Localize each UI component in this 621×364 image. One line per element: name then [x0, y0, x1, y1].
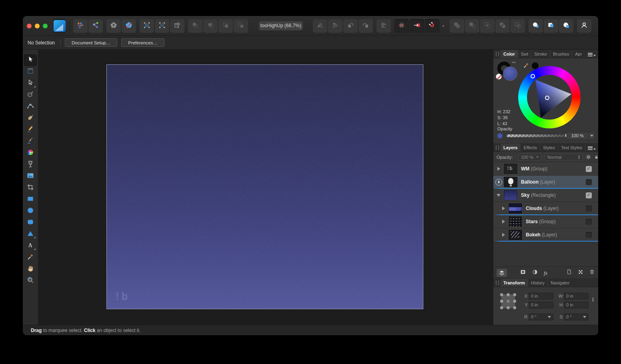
insert-inside-button[interactable] — [544, 19, 558, 33]
account-button[interactable] — [577, 19, 591, 33]
boolean-add-button[interactable] — [450, 19, 464, 33]
anchor-point-selector[interactable] — [499, 292, 517, 312]
tab-stock[interactable]: Stock — [585, 144, 587, 152]
new-pixel-layer-icon[interactable] — [578, 269, 583, 276]
tab-swt[interactable]: Swt — [518, 50, 531, 58]
tab-brushes[interactable]: Brushes — [550, 50, 572, 58]
layer-visibility-checkbox[interactable] — [586, 166, 592, 172]
order-backward-button[interactable] — [218, 19, 233, 33]
transform-field-r[interactable]: 0 ° — [529, 314, 553, 320]
style-cluster-button[interactable] — [106, 19, 121, 33]
mask-layer-icon[interactable] — [520, 269, 526, 277]
panel-grip-icon[interactable] — [496, 52, 499, 56]
export-persona-button[interactable] — [88, 19, 103, 33]
document-setup-button[interactable]: Document Setup… — [65, 38, 117, 47]
layer-visibility-checkbox[interactable] — [586, 206, 592, 212]
tab-effects[interactable]: Effects — [520, 144, 539, 152]
layer-row-stars[interactable]: Stars (Group) — [493, 215, 598, 228]
panel-menu-icon[interactable] — [588, 146, 596, 150]
color-picker-tool[interactable] — [24, 252, 37, 263]
snapping-options-dropdown[interactable] — [440, 19, 446, 33]
assistant-off-button[interactable] — [122, 19, 136, 33]
minimize-button[interactable] — [35, 24, 40, 28]
vector-crop-tool[interactable] — [24, 182, 37, 194]
zoom-button[interactable] — [43, 24, 48, 28]
node-tool[interactable] — [24, 78, 37, 89]
fill-stroke-swatches[interactable] — [497, 62, 518, 81]
alignment-button[interactable] — [377, 19, 391, 33]
tab-styles[interactable]: Styles — [540, 144, 558, 152]
snap-grid-button[interactable] — [140, 19, 154, 33]
layer-visibility-checkbox[interactable] — [586, 179, 592, 185]
layer-visibility-checkbox[interactable] — [586, 219, 592, 225]
tab-layers[interactable]: Layers — [501, 144, 520, 152]
layer-effects-icon[interactable]: fx — [544, 269, 547, 276]
transform-field-y[interactable]: 0 in — [529, 302, 553, 308]
designer-persona-button[interactable] — [54, 19, 66, 33]
insert-behind-button[interactable] — [529, 19, 543, 33]
transform-bounds-button[interactable] — [170, 19, 184, 33]
fill-tool[interactable] — [24, 147, 37, 159]
pencil-tool[interactable] — [24, 124, 37, 136]
blend-mode-dropdown[interactable]: Normal — [545, 154, 583, 161]
lock-icon[interactable] — [594, 154, 598, 161]
tab-history[interactable]: History — [528, 279, 547, 287]
transform-field-w[interactable]: 0 in — [564, 293, 589, 300]
rotate-ccw-button[interactable] — [343, 19, 358, 33]
point-transform-tool[interactable] — [24, 89, 37, 101]
opacity-slider[interactable] — [506, 134, 569, 138]
expand-arrow-icon[interactable] — [498, 233, 509, 237]
flip-vertical-button[interactable] — [328, 19, 343, 33]
adjustment-layer-icon[interactable] — [532, 269, 538, 277]
transform-field-x[interactable]: 0 in — [529, 293, 553, 300]
vector-brush-tool[interactable] — [24, 136, 37, 147]
boolean-subtract-button[interactable] — [465, 19, 479, 33]
pixel-persona-button[interactable] — [73, 19, 88, 33]
tab-text-styles[interactable]: Text Styles — [558, 144, 585, 152]
layer-row-bokeh[interactable]: Bokeh (Layer) — [493, 228, 598, 242]
preferences-button[interactable]: Preferences… — [121, 38, 164, 47]
triangle-tool[interactable] — [24, 228, 37, 240]
zoom-tool[interactable] — [24, 275, 37, 286]
artistic-text-tool[interactable]: A — [24, 240, 37, 252]
layer-visibility-checkbox[interactable] — [586, 232, 592, 238]
rotate-cw-button[interactable] — [359, 19, 373, 33]
layer-opacity-dropdown[interactable]: 100 % — [518, 154, 541, 161]
delete-layer-icon[interactable] — [589, 269, 595, 276]
move-tool[interactable] — [24, 54, 37, 66]
sl-selector[interactable] — [545, 96, 549, 100]
transform-field-h[interactable]: 0 in — [564, 302, 589, 308]
tab-transform[interactable]: Transform — [501, 279, 528, 287]
expand-arrow-icon[interactable] — [493, 167, 504, 171]
ellipse-tool[interactable] — [24, 205, 37, 217]
boolean-xor-button[interactable] — [495, 19, 510, 33]
snapping-magnet-button[interactable] — [425, 19, 439, 33]
swap-fill-stroke-icon[interactable] — [511, 60, 517, 68]
tab-color[interactable]: Color — [501, 50, 518, 58]
link-dimensions-icon[interactable] — [590, 297, 596, 304]
view-tool[interactable] — [24, 263, 37, 275]
collapse-arrow-icon[interactable] — [493, 194, 504, 197]
order-front-button[interactable] — [188, 19, 202, 33]
layer-row-balloon[interactable]: Balloon (Layer) — [493, 176, 598, 189]
close-button[interactable] — [27, 24, 32, 28]
rounded-rectangle-tool[interactable] — [24, 217, 37, 228]
transparency-tool[interactable] — [24, 159, 37, 170]
opacity-value-field[interactable]: 100 % — [566, 132, 589, 140]
pen-tool[interactable] — [24, 112, 37, 124]
layers-stack-icon[interactable] — [497, 269, 507, 277]
opacity-dropdown[interactable] — [589, 132, 595, 140]
pixel-grid-button[interactable] — [395, 19, 409, 33]
layer-visibility-checkbox[interactable] — [586, 192, 592, 198]
corner-tool[interactable] — [24, 101, 37, 112]
insert-ontop-button[interactable] — [559, 19, 573, 33]
expand-arrow-icon[interactable] — [493, 179, 504, 186]
expand-arrow-icon[interactable] — [498, 206, 509, 210]
boolean-divide-button[interactable] — [511, 19, 525, 33]
flip-horizontal-button[interactable] — [313, 19, 327, 33]
boolean-intersect-button[interactable] — [480, 19, 495, 33]
transform-field-s[interactable]: 0 ° — [564, 314, 589, 320]
move-by-pixels-button[interactable] — [410, 19, 424, 33]
expand-arrow-icon[interactable] — [498, 220, 509, 224]
hue-selector[interactable] — [531, 74, 535, 78]
